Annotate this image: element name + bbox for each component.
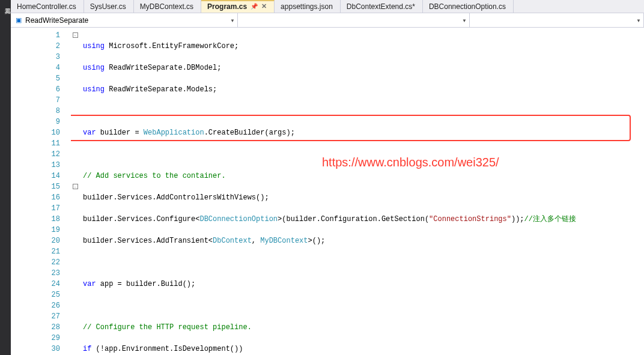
keyword: var [83, 129, 96, 137]
line-number: 11 [11, 138, 60, 149]
line-number: 22 [11, 257, 60, 268]
line-number: 10 [11, 127, 60, 138]
line-number: 27 [11, 311, 60, 322]
type-name: DBConnectionOption [199, 215, 278, 223]
pin-icon[interactable]: 📌 [251, 3, 258, 10]
code-text: Microsoft.EntityFrameworkCore; [105, 42, 238, 50]
tab-dbcontextextend[interactable]: DbContextExtend.cs* [341, 0, 423, 13]
code-text: .CreateBuilder(args); [204, 129, 295, 137]
line-number: 12 [11, 149, 60, 160]
keyword: var [83, 280, 96, 288]
nav-project-label: ReadWriteSeparate [25, 16, 88, 25]
line-number: 13 [11, 160, 60, 171]
line-number: 21 [11, 246, 60, 257]
chevron-down-icon: ▼ [636, 17, 641, 23]
type-name: WebApplication [144, 129, 204, 137]
tab-label: Program.cs [207, 2, 247, 11]
nav-project-dropdown[interactable]: ▣ ReadWriteSeparate ▼ [11, 13, 238, 27]
type-name: MyDBContext [260, 237, 308, 245]
string-literal: "ConnectionStrings" [429, 215, 511, 223]
tab-dbconnectionoption[interactable]: DBConnectionOption.cs [423, 0, 514, 13]
code-text: >(); [308, 237, 325, 245]
tab-sysuser[interactable]: SysUser.cs [84, 0, 134, 13]
code-text: app = builder.Build(); [96, 280, 196, 288]
code-content[interactable]: using Microsoft.EntityFrameworkCore; usi… [71, 28, 644, 355]
tab-label: MyDBContext.cs [140, 2, 193, 11]
nav-member-dropdown[interactable]: ▼ [470, 13, 644, 27]
nav-scope-dropdown[interactable]: ▼ [238, 13, 470, 27]
main-area: HomeController.cs SysUser.cs MyDBContext… [11, 0, 644, 355]
line-number: 4 [11, 62, 60, 73]
csharp-project-icon: ▣ [14, 16, 23, 25]
line-number: 16 [11, 192, 60, 203]
line-number: 28 [11, 322, 60, 333]
line-number: 29 [11, 333, 60, 344]
tab-appsettings[interactable]: appsettings.json [275, 0, 341, 13]
comment: //注入多个链接 [524, 215, 576, 223]
code-text: , [252, 237, 260, 245]
code-text: >(builder.Configuration.GetSection( [278, 215, 429, 223]
tab-program[interactable]: Program.cs 📌 ✕ [201, 0, 275, 13]
line-number: 24 [11, 279, 60, 290]
code-text: builder.Services.AddTransient< [83, 237, 213, 245]
line-number: 15 [11, 181, 60, 192]
tab-homecontroller[interactable]: HomeController.cs [11, 0, 84, 13]
tab-label: appsettings.json [281, 2, 333, 11]
line-number: 14 [11, 171, 60, 181]
line-number: 6 [11, 84, 60, 95]
code-text: ReadWriteSeparate.Models; [105, 85, 217, 94]
navigation-bar: ▣ ReadWriteSeparate ▼ ▼ ▼ [11, 13, 644, 28]
keyword: using [83, 85, 105, 94]
line-number: 8 [11, 106, 60, 117]
line-number: 5 [11, 73, 60, 84]
keyword: using [83, 42, 105, 50]
line-number: 9 [11, 117, 60, 127]
code-editor[interactable]: 1234567891011121314151617181920212223242… [11, 28, 644, 355]
line-number: 30 [11, 344, 60, 354]
comment: // Add services to the container. [83, 172, 226, 180]
code-text: )); [511, 215, 524, 223]
line-number: 7 [11, 95, 60, 106]
line-number: 17 [11, 203, 60, 214]
code-text: builder.Services.AddControllersWithViews… [83, 193, 269, 202]
tab-label: DbContextExtend.cs* [347, 2, 415, 11]
line-number: 2 [11, 41, 60, 52]
line-number: 23 [11, 268, 60, 279]
chevron-down-icon: ▼ [230, 17, 235, 23]
line-number: 19 [11, 225, 60, 235]
document-tab-strip: HomeController.cs SysUser.cs MyDBContext… [11, 0, 644, 13]
tab-mydbcontext[interactable]: MyDBContext.cs [134, 0, 201, 13]
tab-label: DBConnectionOption.cs [429, 2, 506, 11]
comment: // Configure the HTTP request pipeline. [83, 323, 252, 332]
keyword: using [83, 64, 105, 72]
chevron-down-icon: ▼ [462, 17, 467, 23]
line-number-gutter: 1234567891011121314151617181920212223242… [11, 28, 71, 355]
line-number: 20 [11, 235, 60, 246]
line-number: 26 [11, 300, 60, 311]
close-icon[interactable]: ✕ [261, 2, 267, 10]
tab-label: SysUser.cs [90, 2, 126, 11]
code-text: builder = [96, 129, 144, 137]
line-number: 1 [11, 30, 60, 41]
line-number: 25 [11, 290, 60, 300]
keyword: if [83, 345, 91, 353]
type-name: DbContext [213, 237, 252, 245]
code-text: ReadWriteSeparate.DBModel; [105, 64, 221, 72]
tab-label: HomeController.cs [17, 2, 76, 11]
code-text: builder.Services.Configure< [83, 215, 199, 223]
tool-window-rail[interactable]: 工具箱 [0, 0, 11, 355]
line-number: 3 [11, 52, 60, 62]
line-number: 18 [11, 214, 60, 225]
code-text: (!app.Environment.IsDevelopment()) [91, 345, 243, 353]
